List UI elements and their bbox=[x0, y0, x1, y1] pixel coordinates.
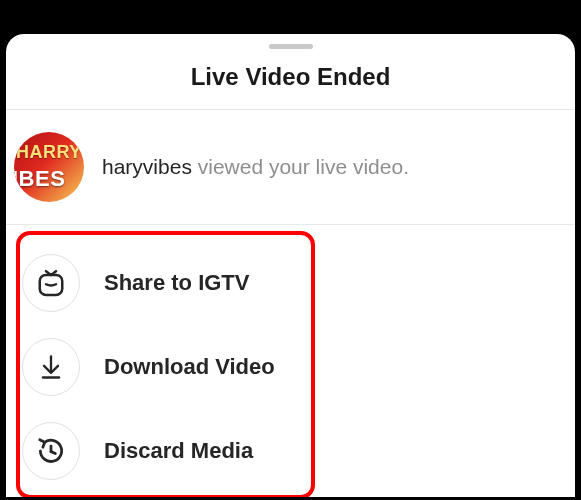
page-title: Live Video Ended bbox=[6, 63, 575, 109]
viewer-row[interactable]: HARRY IBES haryvibes viewed your live vi… bbox=[6, 110, 575, 224]
svg-line-4 bbox=[51, 452, 55, 454]
discard-icon bbox=[22, 422, 80, 480]
option-label: Download Video bbox=[104, 354, 275, 380]
viewer-username: haryvibes bbox=[102, 155, 192, 178]
options-list: Share to IGTV Download Video bbox=[6, 225, 575, 497]
download-video-button[interactable]: Download Video bbox=[20, 325, 565, 409]
viewer-suffix: viewed your live video. bbox=[192, 155, 409, 178]
igtv-icon bbox=[22, 254, 80, 312]
share-to-igtv-button[interactable]: Share to IGTV bbox=[20, 241, 565, 325]
option-label: Discard Media bbox=[104, 438, 253, 464]
bottom-sheet: Live Video Ended HARRY IBES haryvibes vi… bbox=[6, 34, 575, 497]
avatar: HARRY IBES bbox=[14, 132, 84, 202]
viewer-text: haryvibes viewed your live video. bbox=[102, 153, 409, 180]
download-icon bbox=[22, 338, 80, 396]
option-label: Share to IGTV bbox=[104, 270, 249, 296]
discard-media-button[interactable]: Discard Media bbox=[20, 409, 565, 493]
drag-handle[interactable] bbox=[269, 44, 313, 49]
